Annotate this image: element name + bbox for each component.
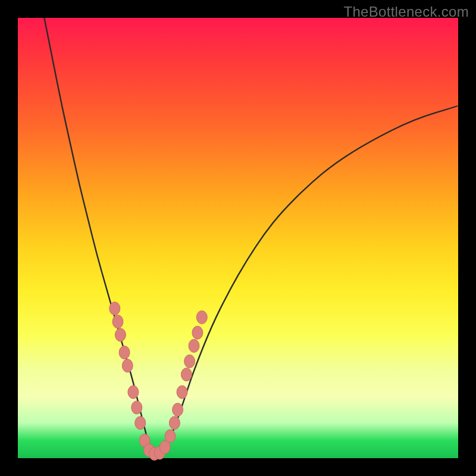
curve-marker (192, 326, 203, 339)
curve-markers (109, 302, 207, 460)
plot-area (18, 18, 458, 458)
curve-marker (169, 416, 180, 430)
curve-marker (196, 311, 207, 324)
curve-marker (119, 346, 130, 359)
curve-marker (128, 386, 139, 399)
curve-marker (115, 328, 126, 342)
curve-marker (184, 355, 195, 368)
curve-marker (112, 315, 123, 328)
curve-marker (181, 368, 192, 381)
chart-frame: TheBottleneck.com (0, 0, 476, 476)
bottleneck-curve (44, 18, 458, 452)
curve-marker (109, 302, 120, 315)
curve-marker (173, 403, 183, 416)
curve-marker (131, 401, 142, 414)
curve-marker (122, 359, 133, 372)
curve-marker (135, 416, 146, 430)
curve-marker (189, 339, 199, 352)
watermark-text: TheBottleneck.com (343, 4, 469, 20)
curve-marker (177, 386, 187, 399)
curve-svg (18, 18, 458, 458)
curve-marker (165, 430, 176, 443)
